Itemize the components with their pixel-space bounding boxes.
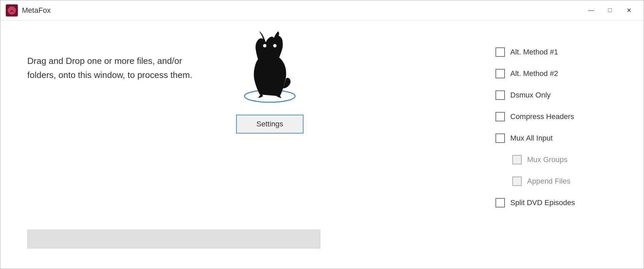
main-window: MetaFox — □ ✕ Drag and Drop one or more … bbox=[0, 0, 644, 269]
fox-area: Settings bbox=[236, 27, 303, 133]
drag-drop-instructions: Drag and Drop one or more files, and/or … bbox=[27, 54, 229, 82]
checkbox-alt-method-2-box[interactable] bbox=[495, 69, 505, 78]
checkbox-alt-method-2-label: Alt. Method #2 bbox=[510, 69, 558, 78]
checkbox-dsmux-only: Dsmux Only bbox=[495, 90, 634, 100]
checkbox-compress-headers-box[interactable] bbox=[495, 112, 505, 121]
minimize-button[interactable]: — bbox=[582, 4, 601, 17]
checkbox-append-files-label: Append Files bbox=[527, 177, 570, 186]
checkbox-mux-groups: Mux Groups bbox=[512, 155, 634, 164]
checkbox-dsmux-only-box[interactable] bbox=[495, 90, 505, 100]
checkbox-alt-method-1: Alt. Method #1 bbox=[495, 47, 634, 57]
fox-image bbox=[236, 27, 303, 105]
checkbox-dsmux-only-label: Dsmux Only bbox=[510, 91, 551, 100]
close-button[interactable]: ✕ bbox=[619, 4, 638, 17]
title-bar: MetaFox — □ ✕ bbox=[0, 0, 644, 21]
checkbox-split-dvd-episodes-box[interactable] bbox=[495, 198, 505, 207]
checkbox-split-dvd-episodes-label: Split DVD Episodes bbox=[510, 198, 575, 207]
checkbox-mux-all-input-label: Mux All Input bbox=[510, 134, 553, 143]
checkbox-compress-headers-label: Compress Headers bbox=[510, 112, 574, 121]
app-title: MetaFox bbox=[22, 6, 582, 15]
checkbox-compress-headers: Compress Headers bbox=[495, 112, 634, 121]
checkbox-alt-method-1-label: Alt. Method #1 bbox=[510, 48, 558, 56]
content-area: Drag and Drop one or more files, and/or … bbox=[0, 21, 644, 269]
svg-point-2 bbox=[263, 44, 266, 47]
window-controls: — □ ✕ bbox=[582, 4, 638, 17]
checkbox-append-files: Append Files bbox=[512, 177, 634, 186]
maximize-button[interactable]: □ bbox=[601, 4, 619, 17]
progress-bar bbox=[27, 230, 320, 248]
svg-point-3 bbox=[273, 44, 277, 47]
checkbox-mux-groups-label: Mux Groups bbox=[527, 155, 568, 164]
settings-button[interactable]: Settings bbox=[236, 115, 303, 133]
app-icon bbox=[6, 4, 18, 16]
checkbox-mux-all-input: Mux All Input bbox=[495, 133, 634, 143]
right-panel: Alt. Method #1 Alt. Method #2 Dsmux Only… bbox=[489, 21, 644, 269]
checkbox-append-files-box bbox=[512, 177, 522, 186]
checkbox-mux-groups-box bbox=[512, 155, 522, 164]
checkbox-mux-all-input-box[interactable] bbox=[495, 133, 505, 143]
checkbox-alt-method-2: Alt. Method #2 bbox=[495, 69, 634, 78]
main-panel: Drag and Drop one or more files, and/or … bbox=[0, 21, 489, 269]
checkbox-split-dvd-episodes: Split DVD Episodes bbox=[495, 198, 634, 207]
checkbox-alt-method-1-box[interactable] bbox=[495, 47, 505, 57]
